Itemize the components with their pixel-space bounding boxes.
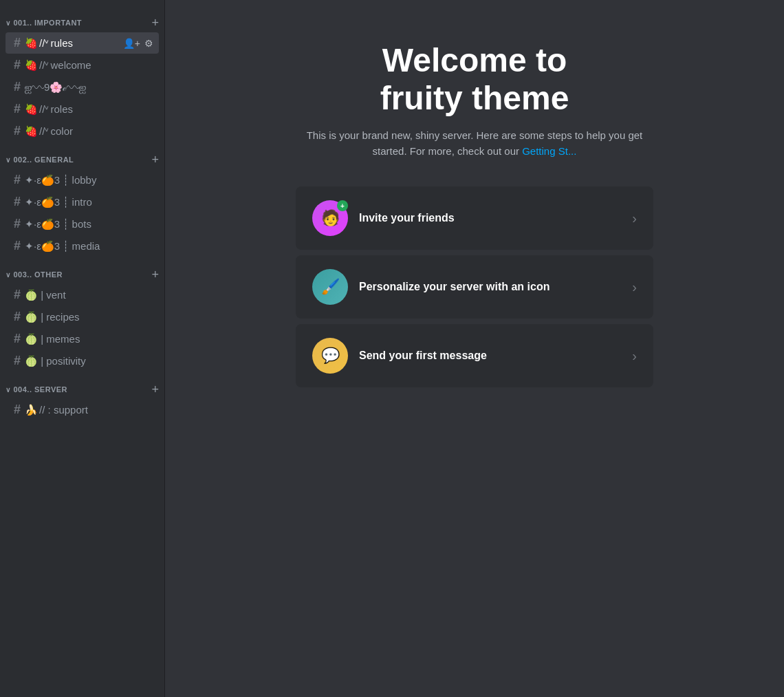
message-icon-container: 💬	[312, 338, 348, 374]
category-general[interactable]: ∨ 002.. GENERAL +	[0, 142, 164, 169]
chevron-icon: ∨	[6, 156, 11, 164]
chat-icon: 💬	[321, 347, 340, 365]
channel-vent[interactable]: # 🍈 | vent	[6, 284, 159, 305]
personalize-card[interactable]: 🖌️ Personalize your server with an icon …	[296, 255, 653, 319]
channel-positivity[interactable]: # 🍈 | positivity	[6, 350, 159, 372]
hash-icon: #	[14, 102, 21, 116]
hash-icon: #	[14, 288, 21, 302]
hash-icon: #	[14, 354, 21, 368]
hash-icon: #	[14, 80, 21, 94]
card-chevron-icon: ›	[632, 348, 637, 364]
channel-media[interactable]: # ✦·ε🍊3 ┊ media	[6, 235, 159, 257]
personalize-label: Personalize your server with an icon	[359, 281, 549, 293]
channel-welcome[interactable]: # 🍓 //ᵛ welcome	[6, 54, 159, 76]
channel-color[interactable]: # 🍓 //ᵛ color	[6, 120, 159, 142]
welcome-title: Welcome tofruity theme	[296, 41, 653, 117]
add-member-icon[interactable]: 👤+	[123, 38, 140, 49]
personalize-icon-container: 🖌️	[312, 269, 348, 305]
chevron-icon: ∨	[6, 19, 11, 27]
invite-label: Invite your friends	[359, 212, 455, 224]
add-channel-server[interactable]: +	[151, 383, 159, 396]
cards-container: 🧑 + Invite your friends › 🖌️ Personalize…	[296, 186, 653, 387]
hash-icon: #	[14, 195, 21, 209]
invite-icon-container: 🧑 +	[312, 200, 348, 236]
channel-actions: 👤+ ⚙	[123, 38, 153, 49]
channel-intro[interactable]: # ✦·ε🍊3 ┊ intro	[6, 191, 159, 213]
first-message-label: Send your first message	[359, 350, 487, 362]
chevron-icon: ∨	[6, 271, 11, 279]
welcome-subtitle: This is your brand new, shiny server. He…	[296, 128, 653, 159]
category-other[interactable]: ∨ 003.. OTHER +	[0, 257, 164, 283]
hash-icon: #	[14, 58, 21, 72]
channel-decorative[interactable]: # ஐ∿∿9🌸ℯ∿∿ஐ	[6, 76, 159, 98]
hash-icon: #	[14, 217, 21, 231]
add-channel-general[interactable]: +	[151, 153, 159, 166]
add-channel-important[interactable]: +	[151, 17, 159, 29]
add-channel-other[interactable]: +	[151, 268, 159, 281]
hash-icon: #	[14, 403, 21, 417]
first-message-card[interactable]: 💬 Send your first message ›	[296, 324, 653, 387]
hash-icon: #	[14, 310, 21, 324]
hash-icon: #	[14, 332, 21, 346]
chevron-icon: ∨	[6, 386, 11, 394]
channel-support[interactable]: # 🍌 // : support	[6, 399, 159, 420]
channel-roles[interactable]: # 🍓 //ᵛ roles	[6, 98, 159, 120]
channel-rules[interactable]: # 🍓 //ᵛ rules 👤+ ⚙	[6, 32, 159, 54]
welcome-section: Welcome tofruity theme This is your bran…	[296, 41, 653, 159]
channel-lobby[interactable]: # ✦·ε🍊3 ┊ lobby	[6, 169, 159, 191]
hash-icon: #	[14, 239, 21, 253]
main-content: Welcome tofruity theme This is your bran…	[165, 0, 784, 697]
getting-started-link[interactable]: Getting St...	[522, 145, 576, 157]
hash-icon: #	[14, 173, 21, 187]
invite-friends-card[interactable]: 🧑 + Invite your friends ›	[296, 186, 653, 250]
hash-icon: #	[14, 36, 21, 50]
card-chevron-icon: ›	[632, 211, 637, 226]
channel-sidebar: ∨ 001.. IMPORTANT + # 🍓 //ᵛ rules 👤+ ⚙ #…	[0, 0, 165, 697]
person-add-icon: 🧑	[321, 209, 340, 227]
channel-recipes[interactable]: # 🍈 | recipes	[6, 306, 159, 328]
channel-bots[interactable]: # ✦·ε🍊3 ┊ bots	[6, 213, 159, 235]
card-chevron-icon: ›	[632, 279, 637, 295]
channel-memes[interactable]: # 🍈 | memes	[6, 328, 159, 350]
category-important[interactable]: ∨ 001.. IMPORTANT +	[0, 6, 164, 32]
invite-badge: +	[337, 200, 348, 211]
hash-icon: #	[14, 124, 21, 138]
category-server[interactable]: ∨ 004.. SERVER +	[0, 372, 164, 398]
settings-icon[interactable]: ⚙	[144, 38, 153, 49]
brush-icon: 🖌️	[321, 278, 340, 296]
